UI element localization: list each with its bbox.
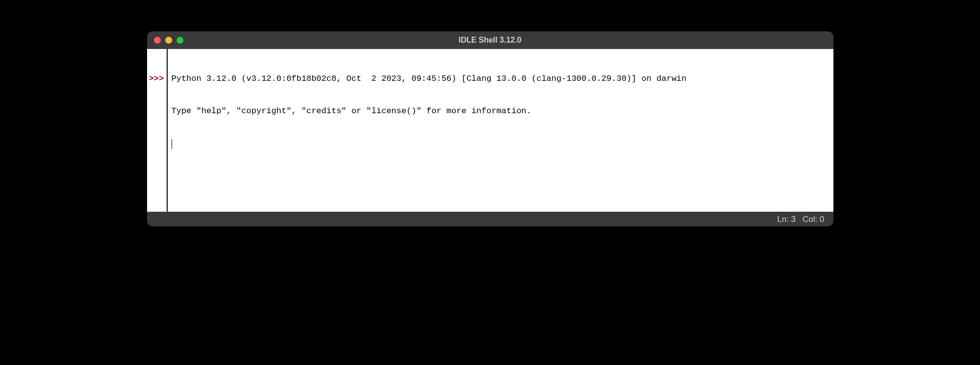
titlebar: IDLE Shell 3.12.0	[147, 31, 833, 49]
shell-content: >>> Python 3.12.0 (v3.12.0:0fb18b02c8, O…	[147, 49, 833, 212]
line-indicator: Ln: 3	[777, 215, 796, 224]
gutter-line	[149, 63, 167, 73]
window-title: IDLE Shell 3.12.0	[458, 36, 521, 45]
statusbar: Ln: 3 Col: 0	[147, 212, 833, 226]
gutter-line	[149, 52, 167, 63]
input-line[interactable]	[172, 139, 829, 149]
prompt-gutter: >>>	[147, 49, 168, 212]
maximize-icon[interactable]	[176, 37, 183, 44]
shell-text-area[interactable]: Python 3.12.0 (v3.12.0:0fb18b02c8, Oct 2…	[168, 49, 833, 212]
banner-line: Python 3.12.0 (v3.12.0:0fb18b02c8, Oct 2…	[172, 73, 829, 84]
shell-prompt: >>>	[149, 73, 167, 84]
banner-line: Type "help", "copyright", "credits" or "…	[172, 106, 829, 117]
close-icon[interactable]	[154, 37, 161, 44]
traffic-lights	[154, 37, 183, 44]
text-cursor	[172, 139, 173, 149]
column-indicator: Col: 0	[803, 215, 824, 224]
idle-shell-window: IDLE Shell 3.12.0 >>> Python 3.12.0 (v3.…	[147, 31, 833, 226]
minimize-icon[interactable]	[165, 37, 172, 44]
